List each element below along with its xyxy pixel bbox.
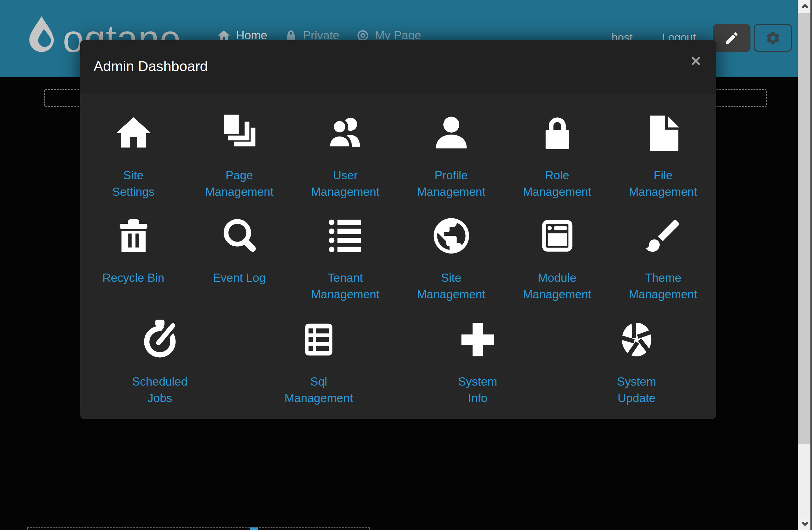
tile-role-management[interactable]: RoleManagement xyxy=(504,111,610,200)
drop-icon xyxy=(22,11,61,56)
tile-label: ScheduledJobs xyxy=(132,374,188,406)
tile-label: ThemeManagement xyxy=(629,270,697,303)
tile-scheduled-jobs[interactable]: ScheduledJobs xyxy=(81,317,240,406)
vertical-scrollbar xyxy=(798,0,812,530)
tile-file-management[interactable]: FileManagement xyxy=(610,111,716,200)
tile-label: SqlManagement xyxy=(285,374,353,406)
tile-label: RoleManagement xyxy=(523,167,592,200)
pages-icon xyxy=(218,111,261,155)
tile-theme-management[interactable]: ThemeManagement xyxy=(610,214,716,303)
close-icon[interactable]: ✕ xyxy=(688,53,703,70)
tile-label: UserManagement xyxy=(311,167,380,200)
modal-title: Admin Dashboard xyxy=(93,58,208,75)
window-icon xyxy=(536,214,579,257)
modal-header: Admin Dashboard ✕ xyxy=(80,40,716,94)
globe-icon xyxy=(430,214,473,257)
list-icon xyxy=(324,214,367,257)
tile-page-management[interactable]: PageManagement xyxy=(187,111,292,200)
aperture-icon xyxy=(615,317,658,361)
tile-site-management[interactable]: SiteManagement xyxy=(398,214,504,303)
tile-row: Recycle BinEvent LogTenantManagementSite… xyxy=(80,214,716,303)
scroll-up-button[interactable] xyxy=(798,0,812,13)
tile-label: SystemInfo xyxy=(458,374,497,406)
tile-label: Recycle Bin xyxy=(102,270,164,286)
tile-tenant-management[interactable]: TenantManagement xyxy=(292,214,398,303)
tile-user-management[interactable]: UserManagement xyxy=(292,111,398,200)
admin-dashboard-modal: Admin Dashboard ✕ SiteSettingsPageManage… xyxy=(80,40,716,419)
chevron-up-icon xyxy=(800,2,810,11)
tile-label: FileManagement xyxy=(629,167,697,200)
tile-label: SiteManagement xyxy=(417,270,485,303)
scrollbar-thumb[interactable] xyxy=(798,13,812,444)
tile-label: ModuleManagement xyxy=(523,270,592,303)
tile-profile-management[interactable]: ProfileManagement xyxy=(398,111,504,200)
tile-label: SystemUpdate xyxy=(617,374,656,406)
tile-label: ProfileManagement xyxy=(417,167,485,200)
plus-icon xyxy=(456,317,499,361)
tile-event-log[interactable]: Event Log xyxy=(187,214,292,303)
edit-button[interactable] xyxy=(713,24,751,52)
stopwatch-icon xyxy=(139,317,181,361)
tile-system-update[interactable]: SystemUpdate xyxy=(557,317,716,406)
chevron-down-icon xyxy=(800,519,810,528)
tile-module-management[interactable]: ModuleManagement xyxy=(504,214,610,303)
tile-row: ScheduledJobsSqlManagementSystemInfoSyst… xyxy=(80,317,716,406)
tile-recycle-bin[interactable]: Recycle Bin xyxy=(81,214,187,303)
tile-system-info[interactable]: SystemInfo xyxy=(398,317,557,406)
home-icon xyxy=(112,111,155,155)
user-icon xyxy=(430,111,473,155)
lock-icon xyxy=(536,111,579,155)
tile-label: SiteSettings xyxy=(112,167,155,200)
bottom-pane-placeholder xyxy=(27,527,370,530)
gear-icon xyxy=(765,30,781,46)
users-icon xyxy=(324,111,367,155)
brush-icon xyxy=(642,214,684,257)
search-icon xyxy=(218,214,261,257)
tile-site-settings[interactable]: SiteSettings xyxy=(81,111,187,200)
pencil-icon xyxy=(724,30,739,46)
table-icon xyxy=(298,317,340,361)
trash-icon xyxy=(112,214,155,257)
bottom-placeholder-chip xyxy=(250,528,258,530)
settings-button[interactable] xyxy=(754,24,792,52)
tile-sql-management[interactable]: SqlManagement xyxy=(240,317,398,406)
tile-label: Event Log xyxy=(213,270,266,286)
tile-label: PageManagement xyxy=(205,167,274,200)
tile-row: SiteSettingsPageManagementUserManagement… xyxy=(80,111,716,200)
modal-body: SiteSettingsPageManagementUserManagement… xyxy=(80,111,716,406)
window-edge xyxy=(810,0,812,530)
scroll-down-button[interactable] xyxy=(798,517,812,530)
tile-label: TenantManagement xyxy=(311,270,380,303)
file-icon xyxy=(642,111,684,155)
